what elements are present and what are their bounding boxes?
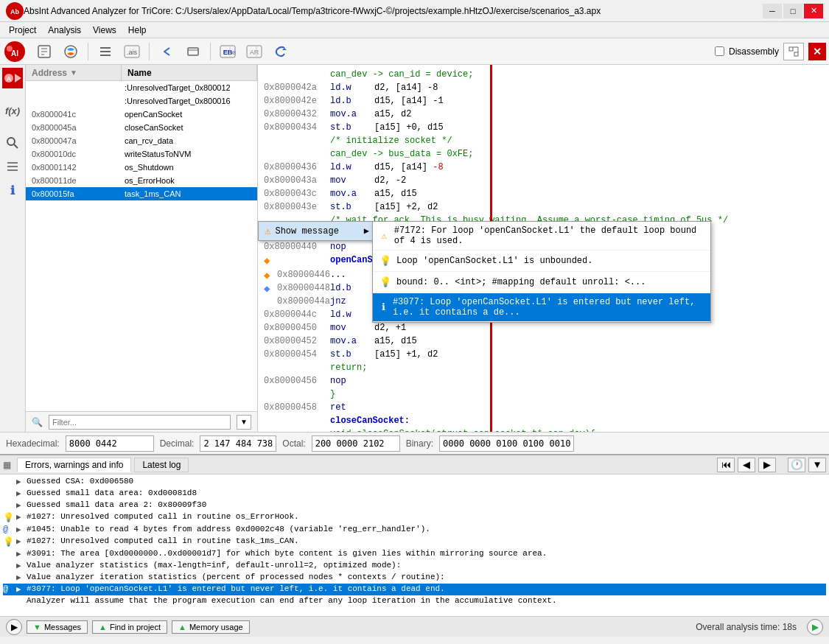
nav-next-btn[interactable]: ▶ bbox=[758, 458, 776, 472]
tab-errors-warnings[interactable]: Errors, warnings and info bbox=[17, 458, 131, 472]
show-message-menu-item[interactable]: ⚠ Show message ▶ bbox=[259, 222, 375, 240]
log-expand-btn[interactable]: ▶ bbox=[16, 512, 27, 522]
log-line: ▶ Guessed CSA: 0xd006580 bbox=[3, 476, 826, 488]
list-item[interactable]: 0x80001142 os_Shutdown bbox=[26, 161, 257, 174]
list-item[interactable]: :UnresolvedTarget_0x800016 bbox=[26, 94, 257, 108]
menu-help[interactable]: Help bbox=[122, 24, 153, 37]
code-line: 0x80000436 ld.w d15, [a14] -8 bbox=[258, 161, 829, 174]
go-button[interactable]: ▶ bbox=[807, 619, 823, 635]
play-button[interactable]: ▶ bbox=[6, 619, 22, 635]
find-in-project-button[interactable]: ▲ Find in project bbox=[92, 620, 167, 634]
toolbar-btn-2[interactable] bbox=[59, 41, 83, 62]
filter-input[interactable] bbox=[49, 415, 231, 430]
toolbar: AI .ais EB 98 AR bbox=[0, 38, 829, 65]
fx-icon-btn[interactable]: f(x) bbox=[2, 100, 23, 121]
submenu-item-4[interactable]: ℹ #3077: Loop 'openCanSocket.L1' is ente… bbox=[373, 293, 710, 322]
log-expand-btn[interactable]: ▶ bbox=[16, 584, 27, 594]
svg-text:AI: AI bbox=[11, 49, 18, 57]
list-item-selected[interactable]: 0x800015fa task_1ms_CAN bbox=[26, 187, 257, 200]
toolbar-separator-2 bbox=[149, 43, 150, 60]
app-logo: Ab bbox=[6, 2, 24, 20]
fullscreen-button[interactable] bbox=[783, 43, 804, 60]
minimize-button[interactable]: ─ bbox=[763, 4, 782, 18]
log-line: 💡 ▶ #1027: Unresolved computed call in r… bbox=[3, 536, 826, 548]
log-expand-btn[interactable]: ▶ bbox=[16, 549, 27, 559]
list-item[interactable]: 0x800011de os_ErrorHook bbox=[26, 174, 257, 187]
submenu: ⚠ #7172: For loop 'openCanSocket.L1' the… bbox=[372, 221, 711, 323]
nav-icon-btn[interactable] bbox=[2, 156, 23, 177]
expand-log-btn[interactable]: ▼ bbox=[808, 458, 826, 472]
log-area[interactable]: ▶ Guessed CSA: 0xd006580 ▶ Guessed small… bbox=[0, 475, 829, 616]
log-line: ▶ Guessed small data area: 0xd00081d8 bbox=[3, 488, 826, 500]
find-icon-btn[interactable] bbox=[2, 133, 23, 153]
log-expand-btn[interactable]: ▶ bbox=[16, 573, 27, 582]
code-line: can_dev -> bus_data = 0xFE; bbox=[258, 147, 829, 161]
list-item[interactable]: 0x8000047a can_rcv_data bbox=[26, 134, 257, 147]
log-expand-btn: ▶ bbox=[16, 596, 27, 606]
bottom-toolbar: ▶ ▼ Messages ▲ Find in project ▲ Memory … bbox=[0, 616, 829, 637]
log-expand-btn[interactable]: ▶ bbox=[16, 536, 27, 546]
sidebar-header: Address ▼ Name bbox=[26, 65, 257, 81]
submenu-text-2: Loop 'openCanSocket.L1' is unbounded. bbox=[396, 256, 592, 266]
log-expand-btn[interactable]: ▶ bbox=[16, 500, 27, 510]
clock-btn[interactable]: 🕐 bbox=[788, 458, 805, 472]
oct-value[interactable]: 200 0000 2102 bbox=[312, 435, 400, 452]
lamp-icon: 💡 bbox=[379, 276, 392, 289]
code-line: 0x80000450 mov d2, +1 bbox=[258, 321, 829, 335]
menu-analysis[interactable]: Analysis bbox=[42, 24, 87, 37]
tab-latest-log[interactable]: Latest log bbox=[134, 458, 189, 472]
code-line: 0x80000452 mov.a a15, d15 bbox=[258, 335, 829, 348]
code-line: can_dev -> can_id = device; bbox=[258, 68, 829, 81]
window-title: AbsInt Advanced Analyzer for TriCore: C:… bbox=[24, 6, 763, 16]
submenu-text-3: bound: 0.. <int>; #mapping default unrol… bbox=[396, 277, 646, 287]
list-item[interactable]: 0x800010dc writeStatusToNVM bbox=[26, 147, 257, 161]
svg-point-9 bbox=[65, 46, 77, 57]
col-header-address[interactable]: Address ▼ bbox=[26, 65, 122, 80]
svg-marker-24 bbox=[282, 48, 287, 50]
submenu-item-2[interactable]: 💡 Loop 'openCanSocket.L1' is unbounded. bbox=[373, 251, 710, 272]
stop-button[interactable]: ✕ bbox=[808, 43, 826, 60]
menu-views[interactable]: Views bbox=[87, 24, 122, 37]
close-button[interactable]: ✕ bbox=[804, 4, 823, 18]
submenu-item-1[interactable]: ⚠ #7172: For loop 'openCanSocket.L1' the… bbox=[373, 222, 710, 251]
svg-text:AR: AR bbox=[250, 49, 259, 56]
filter-dropdown-btn[interactable]: ▼ bbox=[237, 415, 251, 430]
list-item[interactable]: 0x8000045a closeCanSocket bbox=[26, 121, 257, 134]
toolbar-btn-back[interactable] bbox=[155, 41, 178, 62]
function-sidebar: Address ▼ Name :UnresolvedTarget_0x80001… bbox=[26, 65, 258, 432]
filter-bar: 🔍 ▼ bbox=[26, 411, 257, 432]
toolbar-btn-refresh2[interactable] bbox=[269, 41, 293, 62]
nav-prev-btn[interactable]: ◀ bbox=[738, 458, 755, 472]
toolbar-btn-1[interactable] bbox=[32, 41, 56, 62]
dec-value[interactable]: 2 147 484 738 bbox=[200, 435, 276, 452]
log-expand-btn[interactable]: ▶ bbox=[16, 561, 27, 570]
list-item[interactable]: 0x8000041c openCanSocket bbox=[26, 108, 257, 121]
log-expand-btn[interactable]: ▶ bbox=[16, 489, 27, 498]
memory-usage-button[interactable]: ▲ Memory usage bbox=[172, 620, 250, 634]
log-line: ▶ Guessed small data area 2: 0x80009f30 bbox=[3, 500, 826, 511]
disassembly-checkbox[interactable] bbox=[715, 46, 724, 56]
dec-label: Decimal: bbox=[160, 438, 195, 449]
maximize-button[interactable]: □ bbox=[783, 4, 802, 18]
messages-button[interactable]: ▼ Messages bbox=[27, 620, 88, 634]
log-expand-btn[interactable]: ▶ bbox=[16, 525, 27, 534]
code-scroll[interactable]: can_dev -> can_id = device; 0x8000042a l… bbox=[258, 65, 829, 432]
info-icon-btn[interactable]: ℹ bbox=[2, 180, 23, 200]
col-header-name[interactable]: Name bbox=[122, 65, 257, 80]
toolbar-btn-forward[interactable] bbox=[181, 41, 205, 62]
toolbar-btn-refresh[interactable]: EB 98 bbox=[216, 41, 239, 62]
toolbar-btn-c[interactable]: AR bbox=[242, 41, 266, 62]
submenu-item-3[interactable]: 💡 bound: 0.. <int>; #mapping default unr… bbox=[373, 272, 710, 293]
hex-value[interactable]: 8000 0442 bbox=[66, 435, 154, 452]
log-expand-btn[interactable]: ▶ bbox=[16, 477, 27, 486]
code-line: 0x80000456 nop bbox=[258, 374, 829, 388]
list-item[interactable]: :UnresolvedTarget_0x800012 bbox=[26, 81, 257, 94]
nav-first-btn[interactable]: ⏮ bbox=[717, 458, 735, 472]
menu-project[interactable]: Project bbox=[3, 24, 42, 37]
bin-value[interactable]: 0000 0000 0100 0100 0010 bbox=[439, 435, 574, 452]
svg-line-34 bbox=[14, 144, 18, 148]
toolbar-separator-1 bbox=[88, 43, 88, 60]
code-line: /* initialize socket */ bbox=[258, 134, 829, 147]
toolbar-btn-list[interactable] bbox=[94, 41, 117, 62]
toolbar-btn-ais[interactable]: .ais bbox=[120, 41, 144, 62]
